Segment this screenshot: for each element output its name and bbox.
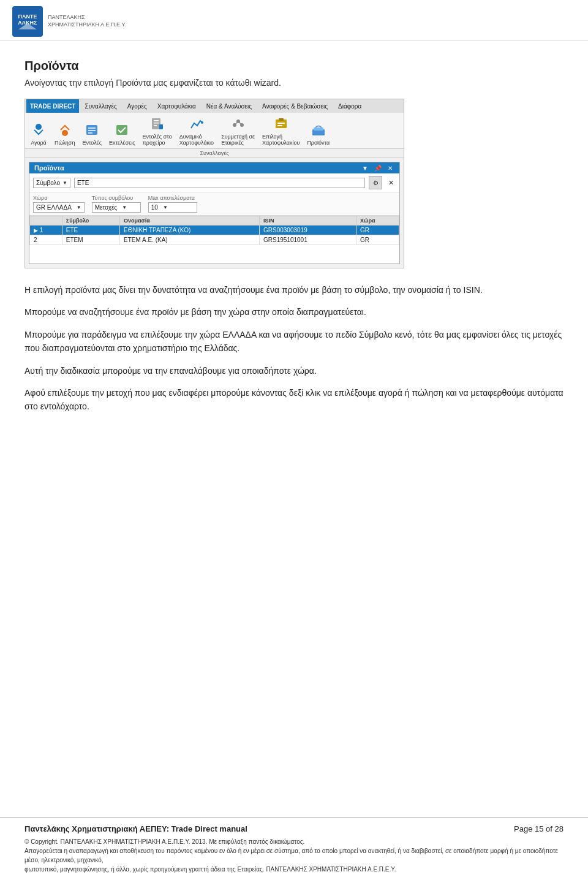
tool-polisi-label: Πώληση [55,140,75,146]
minimize-button[interactable]: ▼ [360,165,370,172]
col-header-symbol: Σύμβολο [62,216,119,226]
svg-rect-12 [154,120,159,121]
search-row: Σύμβολο ▼ ⚙ ✕ [29,173,399,192]
tool-proionta[interactable]: Προϊόντα [307,121,330,146]
tool-epilogi-xartof[interactable]: ΕπιλογήΧαρτοφυλακίου [262,115,300,146]
executions-icon [113,121,130,138]
svg-rect-25 [277,125,282,126]
trade-direct-button[interactable]: TRADE DIRECT [26,99,79,113]
orders-icon [83,121,100,138]
search-type-dropdown[interactable]: Σύμβολο ▼ [33,178,70,188]
table-header-row: Σύμβολο Ονομασία ISIN Χώρα [30,216,399,226]
table-row[interactable]: 2 ΕΤΕΜ ΕΤΕΜ Α.Ε. (ΚΑ) GRS195101001 GR [30,235,399,245]
sell-icon [56,121,74,138]
tool-procheiro-label: Εντολές στοπροχείρο [143,134,172,146]
filter-xwra-select[interactable]: GR ΕΛΛΑΔΑ ▼ [33,202,85,213]
footer-copyright-line1: © Copyright. ΠΑΝΤΕΛΑΚΗΣ ΧΡΗΜΑΤΙΣΤΗΡΙΑΚΗ … [24,837,564,846]
search-input[interactable] [74,178,365,188]
tool-procheiro[interactable]: Εντολές στοπροχείρο [143,115,172,146]
nav-item-xartofylakia[interactable]: Χαρτοφυλάκια [153,102,201,111]
row-isin: GRS003003019 [259,226,356,235]
svg-rect-23 [279,118,284,121]
main-content: Προϊόντα Ανοίγοντας την επιλογή Προϊόντα… [0,40,588,441]
portfolio-select-icon [273,115,290,132]
filter-max-value: 10 [151,204,158,211]
table-row[interactable]: ▶ 1 ΕΤΕ ΕΘΝΙΚΗ ΤΡΑΠΕΖΑ (ΚΟ) GRS003003019… [30,226,399,235]
footer-copyright: © Copyright. ΠΑΝΤΕΛΑΚΗΣ ΧΡΗΜΑΤΙΣΤΗΡΙΑΚΗ … [24,837,564,874]
paragraph-4: Αυτή την διαδικασία μπορούμε να την επαν… [24,364,564,377]
svg-point-4 [36,124,42,130]
filter-max-label: Max αποτελέσματα [148,195,197,201]
paragraph-3: Μπορούμε για παράδειγμα να επιλέξουμε τη… [24,328,564,355]
nav-item-anafores[interactable]: Αναφορές & Βεβαιώσεις [257,102,333,111]
group-label: Συναλλαγές [25,149,404,158]
products-icon [310,121,327,138]
paragraph-5: Αφού επιλέξουμε την μετοχή που μας ενδια… [24,386,564,414]
filter-typos-value: Μετοχές [95,204,117,211]
footer-page: Page 15 of 28 [514,824,564,833]
tool-ekteleseis-label: Εκτελέσεις [109,140,135,146]
row-name: ΕΘΝΙΚΗ ΤΡΑΠΕΖΑ (ΚΟ) [119,226,259,235]
typos-dropdown-arrow-icon: ▼ [122,205,127,210]
filter-row: Χώρα GR ΕΛΛΑΔΑ ▼ Τύπος συμβόλου Μετοχές … [29,192,399,216]
col-header-num [30,216,62,226]
search-type-label: Σύμβολο [36,180,60,186]
buy-icon [30,121,47,138]
tool-symmetoxi-label: Συμμετοχή σεΕταιρικές [221,134,255,146]
filter-typos-label: Τύπος συμβόλου [92,195,141,201]
tool-agora[interactable]: Αγορά [30,121,47,146]
screenshot-container: TRADE DIRECT Συναλλαγές Αγορές Χαρτοφυλά… [24,99,404,268]
svg-rect-11 [152,118,160,129]
nav-item-nea[interactable]: Νέα & Αναλύσεις [202,102,257,111]
pin-button[interactable]: 📌 [372,165,383,172]
search-clear-button[interactable]: ✕ [386,178,396,188]
max-dropdown-arrow-icon: ▼ [163,205,168,210]
svg-rect-13 [154,123,159,124]
svg-line-21 [238,121,242,125]
tool-symmetoxi[interactable]: Συμμετοχή σεΕταιρικές [221,115,255,146]
tool-dynamiko[interactable]: ΔυναμικόΧαρτοφυλάκιο [179,115,214,146]
dynamic-icon [188,115,205,132]
filter-typos-select[interactable]: Μετοχές ▼ [92,202,141,213]
logo-text: ΠΑΝΤΕΛΑΚΗΣ ΧΡΗΜΑΤΙΣΤΗΡΙΑΚΗ Α.Ε.Π.Ε.Υ. [48,14,126,28]
filter-max-select[interactable]: 10 ▼ [148,202,197,213]
row-symbol: ΕΤΕ [62,226,119,235]
row-symbol: ΕΤΕΜ [62,235,119,245]
toolbar-nav: TRADE DIRECT Συναλλαγές Αγορές Χαρτοφυλά… [25,99,404,113]
svg-rect-15 [159,124,163,129]
filter-max-group: Max αποτελέσματα 10 ▼ [148,195,197,213]
logo: ΠΑΝΤΕ ΛΑΚΗΣ ΠΑΝΤΕΛΑΚΗΣ ΧΡΗΜΑΤΙΣΤΗΡΙΑΚΗ Α… [12,6,126,37]
nav-item-diafora[interactable]: Διάφορα [333,102,366,111]
xwra-dropdown-arrow-icon: ▼ [77,205,81,210]
paragraph-1: Η επιλογή προϊόντα μας δίνει την δυνατότ… [24,283,564,297]
panel-empty-space [29,245,399,264]
footer-copyright-line2: Απαγορεύεται η αναπαραγωγή και αποθήκευσ… [24,846,564,865]
paragraph-2: Μπορούμε να αναζητήσουμε ένα προϊόν με β… [24,305,564,319]
nav-item-synallages[interactable]: Συναλλαγές [80,102,121,111]
tool-entoles[interactable]: Εντολές [82,121,102,146]
tool-proionta-label: Προϊόντα [307,140,330,146]
icon-toolbar: Αγορά Πώληση Εντολές Εκτελ [25,113,404,149]
section-heading: Προϊόντα [24,59,564,73]
search-run-button[interactable]: ⚙ [369,176,382,189]
tool-dynamiko-label: ΔυναμικόΧαρτοφυλάκιο [179,134,214,146]
svg-rect-14 [154,125,157,126]
row-isin: GRS195101001 [259,235,356,245]
filter-xwra-value: GR ΕΛΛΑΔΑ [36,204,72,211]
col-header-name: Ονομασία [119,216,259,226]
tool-ekteleseis[interactable]: Εκτελέσεις [109,121,135,146]
page-header: ΠΑΝΤΕ ΛΑΚΗΣ ΠΑΝΤΕΛΑΚΗΣ ΧΡΗΜΑΤΙΣΤΗΡΙΑΚΗ Α… [0,0,588,40]
svg-rect-27 [314,127,323,131]
results-table: Σύμβολο Ονομασία ISIN Χώρα ▶ 1 ΕΤΕ ΕΘΝΙΚ… [29,216,399,245]
col-header-country: Χώρα [356,216,399,226]
row-num-cell: 2 [30,235,62,245]
titlebar-controls: ▼ 📌 ✕ [360,165,394,172]
row-country: GR [356,226,399,235]
footer-title: Παντελάκης Χρηματιστηριακή ΑΕΠΕΥ: Trade … [24,824,247,833]
tool-polisi[interactable]: Πώληση [55,121,75,146]
close-button[interactable]: ✕ [386,165,394,172]
products-titlebar: Προϊόντα ▼ 📌 ✕ [29,162,399,173]
svg-rect-10 [116,125,127,135]
nav-item-agores[interactable]: Αγορές [123,102,152,111]
products-panel: Προϊόντα ▼ 📌 ✕ Σύμβολο ▼ ⚙ ✕ [29,162,400,264]
